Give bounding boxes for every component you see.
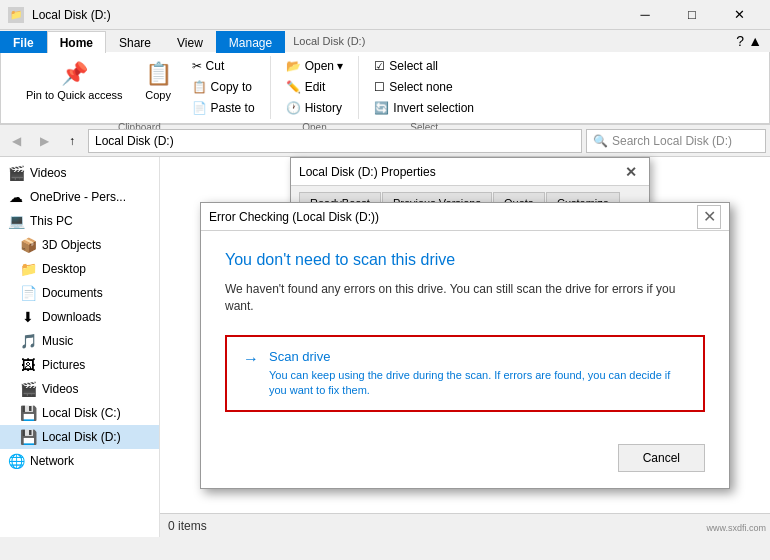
select-none-icon: ☐ xyxy=(374,80,385,94)
tab-share[interactable]: Share xyxy=(106,31,164,53)
error-dialog-title: Error Checking (Local Disk (D:)) xyxy=(209,210,697,224)
back-button[interactable]: ◀ xyxy=(4,129,28,153)
open-small-group: 📂 Open ▾ ✏️ Edit 🕐 History xyxy=(279,56,351,118)
sidebar-item-onedrive[interactable]: ☁ OneDrive - Pers... xyxy=(0,185,159,209)
minimize-button[interactable]: ─ xyxy=(622,0,668,30)
maximize-button[interactable]: □ xyxy=(669,0,715,30)
ribbon-content: 📌 Pin to Quick access 📋 Copy ✂ Cut 📋 Cop… xyxy=(0,52,770,124)
select-all-button[interactable]: ☑ Select all xyxy=(367,56,481,76)
scan-arrow-icon: → xyxy=(243,350,259,368)
watermark: www.sxdfi.com xyxy=(706,523,766,533)
sidebar-item-localc[interactable]: 💾 Local Disk (C:) xyxy=(0,401,159,425)
desktop-icon: 📁 xyxy=(20,261,36,277)
sidebar-item-label: 3D Objects xyxy=(42,238,101,252)
nav-bar: ◀ ▶ ↑ Local Disk (D:) 🔍 Search Local Dis… xyxy=(0,125,770,157)
tab-manage[interactable]: Manage xyxy=(216,31,285,53)
error-dialog-title-bar[interactable]: Error Checking (Local Disk (D:)) ✕ xyxy=(201,203,729,231)
history-button[interactable]: 🕐 History xyxy=(279,98,351,118)
address-bar[interactable]: Local Disk (D:) xyxy=(88,129,582,153)
sidebar-item-network[interactable]: 🌐 Network xyxy=(0,449,159,473)
title-bar: 📁 Local Disk (D:) ─ □ ✕ xyxy=(0,0,770,30)
open-icon: 📂 xyxy=(286,59,301,73)
select-small-group: ☑ Select all ☐ Select none 🔄 Invert sele… xyxy=(367,56,481,118)
copy-to-button[interactable]: 📋 Copy to xyxy=(185,77,262,97)
edit-button[interactable]: ✏️ Edit xyxy=(279,77,351,97)
status-bar: 0 items www.sxdfi.com xyxy=(160,513,770,537)
edit-label: Edit xyxy=(305,80,326,94)
open-label: Open ▾ xyxy=(305,59,344,73)
cut-icon: ✂ xyxy=(192,59,202,73)
locald-icon: 💾 xyxy=(20,429,36,445)
error-checking-dialog: Error Checking (Local Disk (D:)) ✕ You d… xyxy=(200,202,730,489)
sidebar-item-pictures[interactable]: 🖼 Pictures xyxy=(0,353,159,377)
error-cancel-button[interactable]: Cancel xyxy=(618,444,705,472)
sidebar-item-label: This PC xyxy=(30,214,73,228)
sidebar-item-documents[interactable]: 📄 Documents xyxy=(0,281,159,305)
forward-button[interactable]: ▶ xyxy=(32,129,56,153)
ribbon-group-open: 📂 Open ▾ ✏️ Edit 🕐 History Open xyxy=(271,56,360,119)
onedrive-icon: ☁ xyxy=(8,189,24,205)
items-count: 0 items xyxy=(168,519,207,533)
properties-title-bar[interactable]: Local Disk (D:) Properties ✕ xyxy=(291,158,649,186)
videos-top-icon: 🎬 xyxy=(8,165,24,181)
ribbon: File Home Share View Manage Local Disk (… xyxy=(0,30,770,125)
sidebar-item-label: Network xyxy=(30,454,74,468)
sidebar-item-label: Local Disk (C:) xyxy=(42,406,121,420)
sidebar-item-thispc[interactable]: 💻 This PC xyxy=(0,209,159,233)
properties-dialog-title: Local Disk (D:) Properties xyxy=(299,165,621,179)
tab-home[interactable]: Home xyxy=(47,31,106,53)
clipboard-buttons: 📌 Pin to Quick access 📋 Copy ✂ Cut 📋 Cop… xyxy=(17,56,262,118)
select-none-button[interactable]: ☐ Select none xyxy=(367,77,481,97)
tab-file[interactable]: File xyxy=(0,31,47,53)
properties-close-button[interactable]: ✕ xyxy=(621,162,641,182)
paste-to-button[interactable]: 📄 Paste to xyxy=(185,98,262,118)
error-dialog-close-button[interactable]: ✕ xyxy=(697,205,721,229)
up-button[interactable]: ↑ xyxy=(60,129,84,153)
chevron-up-icon[interactable]: ▲ xyxy=(748,33,762,49)
error-dialog-body: You don't need to scan this drive We hav… xyxy=(201,231,729,436)
edit-icon: ✏️ xyxy=(286,80,301,94)
window-icon: 📁 xyxy=(8,7,24,23)
close-button[interactable]: ✕ xyxy=(716,0,762,30)
sidebar-item-label: Videos xyxy=(30,166,66,180)
error-subtext: We haven't found any errors on this driv… xyxy=(225,281,705,315)
sidebar-item-videos-sub[interactable]: 🎬 Videos xyxy=(0,377,159,401)
pin-button[interactable]: 📌 Pin to Quick access xyxy=(17,56,132,106)
disk-label: Local Disk (D:) xyxy=(285,30,373,52)
copy-label: Copy xyxy=(145,89,171,101)
search-bar[interactable]: 🔍 Search Local Disk (D:) xyxy=(586,129,766,153)
sidebar-item-videos-top[interactable]: 🎬 Videos xyxy=(0,161,159,185)
copy-button[interactable]: 📋 Copy xyxy=(136,56,181,106)
sidebar-item-locald[interactable]: 💾 Local Disk (D:) xyxy=(0,425,159,449)
sidebar-item-music[interactable]: 🎵 Music xyxy=(0,329,159,353)
scan-drive-option[interactable]: → Scan drive You can keep using the driv… xyxy=(225,335,705,413)
cut-button[interactable]: ✂ Cut xyxy=(185,56,262,76)
sidebar-item-downloads[interactable]: ⬇ Downloads xyxy=(0,305,159,329)
main-area: 🎬 Videos ☁ OneDrive - Pers... 💻 This PC … xyxy=(0,157,770,537)
invert-icon: 🔄 xyxy=(374,101,389,115)
scan-option-content: Scan drive You can keep using the drive … xyxy=(269,349,687,399)
3dobjects-icon: 📦 xyxy=(20,237,36,253)
help-icon[interactable]: ? xyxy=(736,33,744,49)
sidebar-item-label: OneDrive - Pers... xyxy=(30,190,126,204)
sidebar: 🎬 Videos ☁ OneDrive - Pers... 💻 This PC … xyxy=(0,157,160,537)
sidebar-item-3dobjects[interactable]: 📦 3D Objects xyxy=(0,233,159,257)
copy-icon: 📋 xyxy=(145,61,172,87)
history-icon: 🕐 xyxy=(286,101,301,115)
pictures-icon: 🖼 xyxy=(20,357,36,373)
search-icon: 🔍 xyxy=(593,134,608,148)
scan-drive-desc: You can keep using the drive during the … xyxy=(269,368,687,399)
tab-view[interactable]: View xyxy=(164,31,216,53)
select-buttons: ☑ Select all ☐ Select none 🔄 Invert sele… xyxy=(367,56,481,118)
title-bar-icons: 📁 xyxy=(8,7,24,23)
error-dialog-buttons: Cancel xyxy=(201,436,729,488)
select-all-label: Select all xyxy=(389,59,438,73)
localc-icon: 💾 xyxy=(20,405,36,421)
paste-group: ✂ Cut 📋 Copy to 📄 Paste to xyxy=(185,56,262,118)
search-placeholder: Search Local Disk (D:) xyxy=(612,134,732,148)
sidebar-item-desktop[interactable]: 📁 Desktop xyxy=(0,257,159,281)
open-button[interactable]: 📂 Open ▾ xyxy=(279,56,351,76)
select-none-label: Select none xyxy=(389,80,452,94)
content-area: Local Disk (D:) Properties ✕ ReadyBoost … xyxy=(160,157,770,537)
invert-selection-button[interactable]: 🔄 Invert selection xyxy=(367,98,481,118)
